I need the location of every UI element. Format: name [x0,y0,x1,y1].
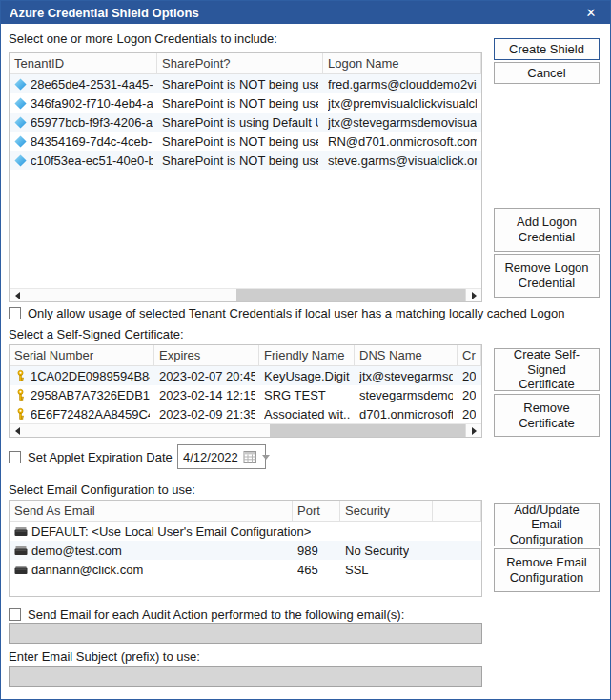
column-header-tenantid[interactable]: TenantID [10,53,157,73]
certificate-row[interactable]: 6E6F72482AA8459C48... 2023-02-09 21:35 A… [10,404,481,423]
horizontal-scrollbar[interactable] [10,423,481,437]
azure-diamond-icon [14,78,27,91]
tenant-id: c10f53ea-ec51-40e0-b... [31,154,153,168]
horizontal-scrollbar-thumb[interactable] [25,424,270,437]
logon-list-header: TenantID SharePoint? Logon Name [10,53,481,74]
azure-diamond-icon [14,97,27,110]
scroll-right-icon[interactable] [465,289,481,301]
created: 20 [462,388,476,402]
send-as-email: DEFAULT: <Use Local User's Email Configu… [31,525,311,539]
create-shield-button[interactable]: Create Shield [494,38,600,60]
column-header-dns-name[interactable]: DNS Name [355,345,458,365]
column-header-sharepoint[interactable]: SharePoint? [157,53,323,73]
calendar-icon [243,450,257,463]
email-config-row[interactable]: DEFAULT: <Use Local User's Email Configu… [10,522,481,541]
column-header-send-as-email[interactable]: Send As Email [10,501,293,521]
tenant-credentials-checkbox-label: Only allow usage of selected Tenant Cred… [28,306,564,320]
logon-row[interactable]: c10f53ea-ec51-40e0-b... SharePoint is NO… [10,151,481,170]
logon-row[interactable]: 65977bcb-f9f3-4206-a... SharePoint is us… [10,113,481,132]
applet-expiration-checkbox-row: Set Applet Expiration Date [9,450,173,464]
remove-certificate-button[interactable]: Remove Certificate [494,394,600,437]
subject-label: Enter Email Subject (prefix) to use: [9,649,200,664]
tenant-id: 84354169-7d4c-4ceb-... [31,134,153,149]
port: 465 [297,563,318,577]
close-icon[interactable]: ✕ [577,1,605,24]
column-header-serial[interactable]: Serial Number [10,345,154,365]
logon-name: jtx@stevegarmsdemovisualcli [328,115,477,130]
azure-credential-shield-dialog: Azure Credential Shield Options ✕ Select… [0,0,611,700]
azure-diamond-icon [14,154,27,167]
column-header-security[interactable]: Security [340,501,433,521]
azure-diamond-icon [14,135,27,148]
logon-row[interactable]: 84354169-7d4c-4ceb-... SharePoint is NOT… [10,132,481,151]
column-header-expires[interactable]: Expires [154,345,259,365]
column-header-logon-name[interactable]: Logon Name [323,53,481,73]
email-config-row[interactable]: dannann@click.com 465 SSL [10,560,481,579]
security: No Security [345,544,409,558]
send-as-email: demo@test.com [31,544,122,558]
horizontal-scrollbar[interactable] [10,288,481,301]
logon-credentials-list: TenantID SharePoint? Logon Name 28e65de4… [9,52,482,302]
tenant-id: 28e65de4-2531-4a45-... [31,77,153,92]
expiration-date-value: 4/12/2022 [183,450,238,464]
column-header-port[interactable]: Port [293,501,340,521]
sharepoint-status: SharePoint is NOT being used [162,154,318,168]
applet-expiration-checkbox[interactable] [9,451,21,463]
expires: 2023-02-09 21:35 [159,407,255,422]
dns-name: jtx@stevegarmsde... [359,369,453,383]
cert-section-label: Select a Self-Signed Certificate: [9,327,184,341]
serial-number: 6E6F72482AA8459C48... [31,407,150,422]
email-section-label: Select Email Configuration to use: [9,483,195,497]
horizontal-scrollbar-thumb[interactable] [25,289,236,301]
create-self-signed-certificate-button[interactable]: Create Self-Signed Certificate [494,348,600,391]
applet-expiration-checkbox-label: Set Applet Expiration Date [28,450,173,464]
scroll-left-icon[interactable] [10,289,26,301]
friendly-name: Associated wit... [264,407,350,422]
sharepoint-status: SharePoint is NOT being used [162,96,318,111]
created: 20 [462,407,476,422]
column-header-friendly-name[interactable]: Friendly Name [259,345,355,365]
logon-section-label: Select one or more Logon Credentials to … [9,31,277,46]
chevron-down-icon [262,455,270,460]
audit-email-checkbox-row: Send Email for each Audit Action perform… [9,607,404,622]
expires: 2023-02-07 20:45 [159,369,255,383]
scroll-left-icon[interactable] [10,424,26,437]
scroll-right-icon[interactable] [465,424,481,437]
email-config-row[interactable]: demo@test.com 989 No Security [10,541,481,560]
logon-name: steve.garms@visualclick.onmi [328,154,477,168]
email-configuration-list: Send As Email Port Security DEFAULT: <Us… [9,500,482,597]
logon-row[interactable]: 28e65de4-2531-4a45-... SharePoint is NOT… [10,74,481,93]
sharepoint-status: SharePoint is using Default URL [162,115,318,130]
azure-diamond-icon [14,116,27,129]
mail-icon [14,526,28,537]
remove-logon-credential-button[interactable]: Remove Logon Credential [494,254,600,298]
serial-number: 1CA02DE0989594B84E... [31,369,150,383]
email-subject-input [9,666,482,687]
column-header-created[interactable]: Cr [458,345,481,365]
cert-list-header: Serial Number Expires Friendly Name DNS … [10,345,481,366]
certificate-row[interactable]: 2958AB7A7326EDB149... 2023-02-14 12:15 S… [10,385,481,404]
security: SSL [345,563,369,577]
dns-name: stevegarmsdemov... [359,388,453,402]
expiration-date-picker: 4/12/2022 [177,444,266,469]
certificates-list: Serial Number Expires Friendly Name DNS … [9,344,482,438]
sharepoint-status: SharePoint is NOT being used [162,77,318,92]
key-icon [14,388,27,401]
column-header-empty[interactable] [433,501,481,521]
certificate-row[interactable]: 1CA02DE0989594B84E... 2023-02-07 20:45 K… [10,366,481,385]
remove-email-configuration-button[interactable]: Remove Email Configuration [494,548,600,592]
audit-email-checkbox-label: Send Email for each Audit Action perform… [28,607,404,622]
logon-row[interactable]: 346fa902-f710-4eb4-a... SharePoint is NO… [10,93,481,113]
friendly-name: SRG TEST [264,388,326,402]
add-update-email-configuration-button[interactable]: Add/Update Email Configuration [494,503,600,546]
sharepoint-status: SharePoint is NOT being used [162,134,318,149]
audit-email-checkbox[interactable] [9,608,21,621]
email-list-header: Send As Email Port Security [10,501,481,522]
add-logon-credential-button[interactable]: Add Logon Credential [494,208,600,252]
tenant-credentials-checkbox[interactable] [9,307,21,319]
mail-icon [14,565,28,575]
tenant-credentials-checkbox-row: Only allow usage of selected Tenant Cred… [9,306,564,320]
cancel-button[interactable]: Cancel [494,62,600,84]
dns-name: d701.onmicrosoft.... [359,407,453,422]
tenant-id: 346fa902-f710-4eb4-a... [31,96,153,111]
